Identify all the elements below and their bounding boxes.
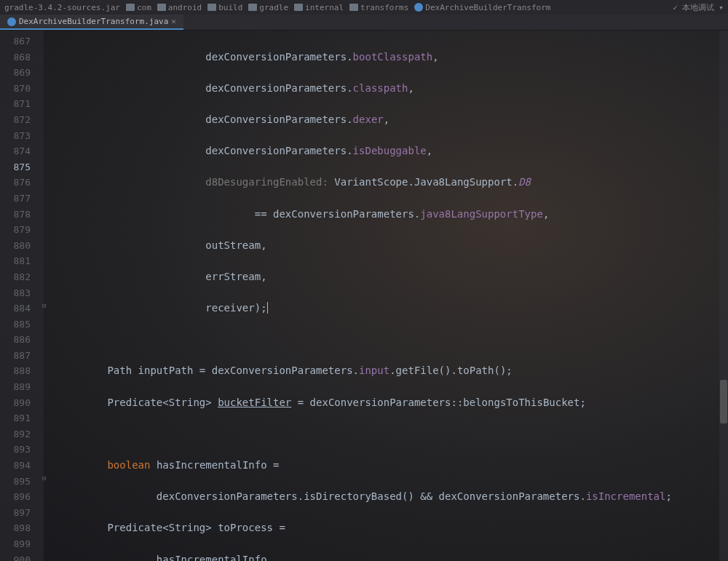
tab-bar: DexArchiveBuilderTransform.java × [0, 15, 728, 31]
breadcrumb-bar: gradle-3.4.2-sources.jar com android bui… [0, 0, 728, 15]
folder-icon [126, 4, 135, 11]
line-gutter: 867 868 869 870 871 872 873 874 875 876 … [0, 31, 44, 561]
code-editor[interactable]: 867 868 869 870 871 872 873 874 875 876 … [0, 31, 728, 561]
breadcrumb-android[interactable]: android [157, 3, 202, 12]
folder-icon [248, 4, 257, 11]
breadcrumb-gradle[interactable]: gradle [248, 3, 288, 12]
folder-icon [157, 4, 166, 11]
folder-icon [207, 4, 216, 11]
breadcrumb-jar[interactable]: gradle-3.4.2-sources.jar [4, 3, 120, 12]
run-config[interactable]: ✓本地调试 ▾ [673, 2, 724, 13]
folder-icon [349, 4, 358, 11]
tab-active[interactable]: DexArchiveBuilderTransform.java × [0, 15, 183, 30]
breadcrumb-file[interactable]: DexArchiveBuilderTransform [414, 3, 550, 12]
tab-label: DexArchiveBuilderTransform.java [19, 17, 168, 26]
breadcrumb-transforms[interactable]: transforms [349, 3, 408, 12]
code-area[interactable]: dexConversionParameters.bootClasspath, d… [44, 31, 728, 561]
breadcrumb-build[interactable]: build [207, 3, 242, 12]
vertical-scrollbar[interactable] [719, 31, 728, 561]
java-icon [414, 3, 423, 12]
breadcrumb-internal[interactable]: internal [294, 3, 344, 12]
folder-icon [294, 4, 303, 11]
breadcrumb-com[interactable]: com [126, 3, 151, 12]
close-icon[interactable]: × [171, 17, 176, 26]
scroll-thumb[interactable] [720, 380, 727, 423]
java-icon [7, 17, 16, 26]
